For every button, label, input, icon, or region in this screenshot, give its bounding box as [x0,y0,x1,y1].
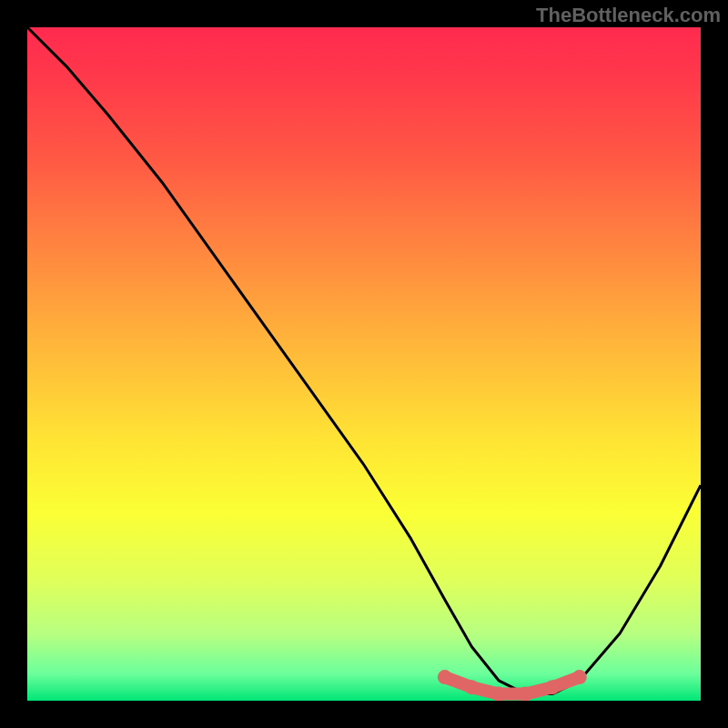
watermark-text: TheBottleneck.com [536,4,721,27]
bottleneck-curve-path [27,27,701,694]
chart-svg [27,27,701,701]
highlight-dot [438,670,452,684]
chart-plot-area [27,27,701,701]
highlight-dot [491,687,506,701]
highlight-dot [519,687,533,701]
highlight-dot [464,680,479,694]
highlight-dot [545,680,560,694]
highlight-dot [572,670,587,684]
